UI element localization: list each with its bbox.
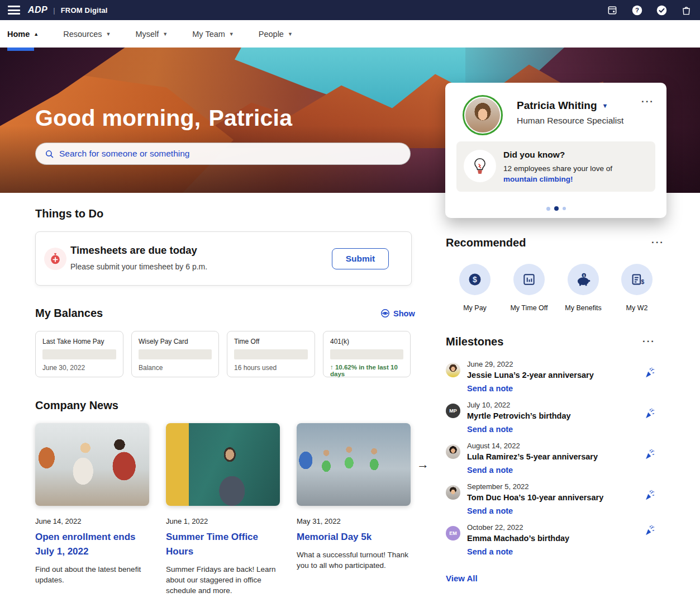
avatar[interactable] — [446, 444, 460, 459]
balance-card-last-take-home-pay[interactable]: Last Take Home Pay June 30, 2022 — [35, 331, 123, 377]
avatar-photo — [465, 98, 500, 132]
news-image-memorial-5k[interactable] — [297, 423, 411, 506]
avatar[interactable] — [463, 95, 503, 135]
balance-card-401k[interactable]: 401(k) ↑ 10.62% in the last 10 days — [323, 331, 411, 377]
milestone-date: July 10, 2022 — [467, 401, 510, 409]
recommended-heading: Recommended — [446, 236, 526, 249]
adp-logo: ADP — [28, 5, 47, 15]
avatar-initials[interactable]: EM — [446, 526, 460, 541]
menu-icon[interactable] — [8, 6, 20, 15]
send-note-link[interactable]: Send a note — [467, 547, 513, 556]
quicklink-my-benefits[interactable]: $ My Benefits — [556, 264, 610, 312]
nav-item-people[interactable]: People ▼ — [259, 20, 293, 48]
piggy-bank-icon: $ — [568, 264, 599, 295]
did-you-know-heading: Did you know? — [503, 150, 565, 160]
nav-label: Resources — [63, 30, 102, 39]
news-date: June 1, 2022 — [166, 517, 280, 525]
interest-link[interactable]: mountain climbing! — [503, 175, 573, 183]
shopping-bag-icon[interactable] — [680, 4, 692, 16]
nav-label: People — [259, 30, 284, 39]
send-note-link[interactable]: Send a note — [467, 506, 513, 515]
party-popper-icon[interactable] — [644, 524, 656, 539]
caret-down-icon[interactable]: ▼ — [602, 102, 608, 109]
party-popper-icon[interactable] — [644, 367, 656, 381]
tasks-check-icon[interactable] — [655, 4, 668, 16]
avatar[interactable] — [446, 363, 460, 377]
news-date: May 31, 2022 — [297, 517, 411, 525]
party-popper-icon[interactable] — [644, 489, 656, 504]
redacted-value — [42, 349, 116, 359]
company-news-heading: Company News — [35, 399, 118, 412]
send-note-link[interactable]: Send a note — [467, 384, 513, 393]
milestone-item: August 14, 2022 Lula Ramirez’s 5-year an… — [446, 442, 666, 482]
bar-chart-icon — [513, 264, 545, 295]
quicklink-my-pay[interactable]: $ My Pay — [448, 264, 502, 312]
balance-footer-trend: ↑ 10.62% in the last 10 days — [330, 364, 403, 377]
dollar-coin-icon: $ — [459, 264, 491, 295]
balance-card-wisely-pay-card[interactable]: Wisely Pay Card Balance — [131, 331, 219, 377]
news-title-link[interactable]: Summer Time Office Hours — [166, 530, 280, 559]
search-icon — [45, 149, 54, 159]
things-to-do-heading: Things to Do — [35, 207, 103, 220]
view-all-link[interactable]: View All — [446, 573, 478, 583]
news-title-link[interactable]: Open enrollment ends July 1, 2022 — [35, 530, 149, 559]
balance-card-time-off[interactable]: Time Off 16 hours used — [227, 331, 315, 377]
send-note-link[interactable]: Send a note — [467, 466, 513, 475]
svg-text:$: $ — [473, 275, 477, 284]
news-article: May 31, 2022 Memorial Day 5k What a succ… — [297, 423, 411, 571]
balance-footer: Balance — [139, 364, 212, 372]
profile-name: Patricia Whiting — [517, 99, 597, 112]
caret-down-icon: ▼ — [106, 31, 111, 37]
balance-footer: 16 hours used — [234, 364, 308, 372]
milestone-item: MP July 10, 2022 Myrtle Petrovich’s birt… — [446, 401, 666, 442]
balance-label: Last Take Home Pay — [42, 338, 116, 345]
nav-item-myself[interactable]: Myself ▼ — [135, 20, 168, 48]
lightbulb-icon — [464, 150, 496, 182]
milestone-date: June 29, 2022 — [467, 360, 513, 368]
nav-label: My Team — [192, 30, 225, 39]
milestone-title: Lula Ramirez’s 5-year anniversary — [467, 452, 598, 461]
milestones-heading: Milestones — [446, 335, 503, 348]
milestone-item: September 5, 2022 Tom Duc Hoa’s 10-year … — [446, 482, 666, 523]
topbar-actions: ? — [606, 4, 692, 16]
nav-item-resources[interactable]: Resources ▼ — [63, 20, 111, 48]
carousel-dot[interactable] — [563, 207, 566, 210]
avatar[interactable] — [446, 485, 460, 500]
todo-subtitle: Please submit your timesheet by 6 p.m. — [70, 262, 207, 271]
svg-text:?: ? — [635, 7, 639, 13]
balance-label: Wisely Pay Card — [139, 338, 212, 345]
party-popper-icon[interactable] — [644, 448, 656, 463]
carousel-dot[interactable] — [546, 207, 550, 211]
quicklink-my-time-off[interactable]: My Time Off — [502, 264, 556, 312]
greeting-name: Patricia — [208, 105, 292, 131]
milestone-date: October 22, 2022 — [467, 523, 523, 532]
search-input[interactable] — [59, 149, 401, 159]
milestone-date: August 14, 2022 — [467, 442, 520, 450]
help-icon[interactable]: ? — [631, 4, 643, 16]
news-body: Summer Fridays are back! Learn about our… — [166, 564, 280, 596]
quicklink-label: My Time Off — [502, 304, 556, 312]
show-balances-toggle[interactable]: Show — [380, 309, 415, 318]
news-image-open-enrollment[interactable] — [35, 423, 149, 506]
nav-item-home[interactable]: Home ▲ — [7, 20, 39, 48]
trend-text: 10.62% in the last 10 days — [330, 364, 398, 377]
avatar-initials[interactable]: MP — [446, 404, 460, 418]
profile-more-menu-icon[interactable]: ··· — [641, 96, 654, 107]
party-popper-icon[interactable] — [644, 407, 656, 422]
milestones-more-menu-icon[interactable]: ··· — [642, 336, 655, 347]
send-note-link[interactable]: Send a note — [467, 425, 513, 434]
recommended-more-menu-icon[interactable]: ··· — [651, 237, 664, 248]
submit-button[interactable]: Submit — [332, 248, 389, 269]
milestone-title: Tom Duc Hoa’s 10-year anniversary — [467, 493, 603, 502]
milestone-item: June 29, 2022 Jessie Luna’s 2-year anniv… — [446, 360, 666, 401]
news-title-link[interactable]: Memorial Day 5k — [297, 530, 411, 544]
eye-icon — [380, 309, 390, 318]
quicklink-my-w2[interactable]: $ My W2 — [610, 264, 664, 312]
caret-down-icon: ▼ — [288, 31, 293, 37]
milestone-title: Myrtle Petrovich’s birthday — [467, 411, 571, 420]
carousel-dot-active[interactable] — [554, 206, 559, 211]
news-image-summer-hours[interactable] — [166, 423, 280, 506]
calendar-icon[interactable] — [606, 4, 618, 16]
nav-item-my-team[interactable]: My Team ▼ — [192, 20, 234, 48]
news-next-arrow-icon[interactable]: → — [417, 457, 429, 472]
